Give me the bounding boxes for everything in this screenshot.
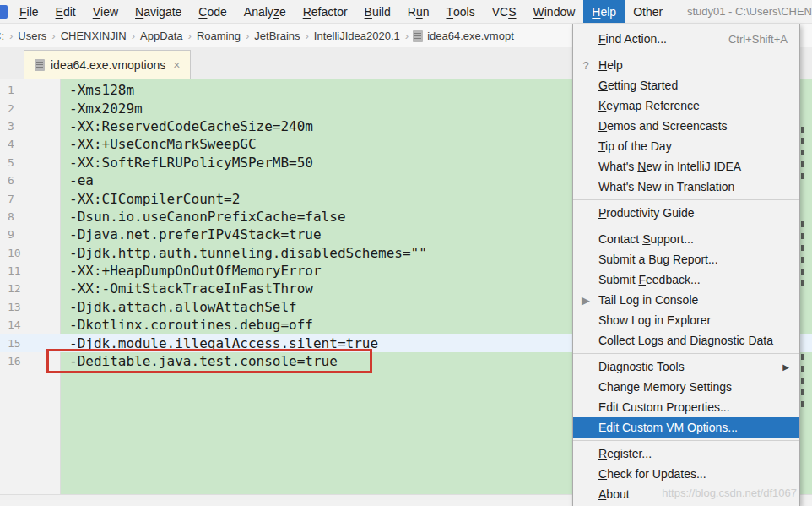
menu-item-edit-custom-vm-options[interactable]: Edit Custom VM Options... [573, 417, 799, 438]
menubar-item-code[interactable]: Code [190, 0, 235, 23]
edge-mark [801, 366, 804, 372]
menubar-item-vcs[interactable]: VCS [484, 0, 525, 23]
help-icon: ? [573, 59, 598, 72]
line-number: 11 [0, 264, 61, 277]
menubar-item-file[interactable]: File [11, 0, 47, 23]
application-window: FileEditViewNavigateCodeAnalyzeRefactorB… [0, 0, 812, 506]
menu-item-find-action[interactable]: Find Action...Ctrl+Shift+A [573, 29, 799, 49]
chevron-separator-icon: › [301, 30, 313, 42]
menubar-item-view[interactable]: View [84, 0, 127, 23]
menubar-item-build[interactable]: Build [356, 0, 399, 23]
menu-item-label: Diagnostic Tools [598, 360, 685, 373]
breadcrumb-item-jetbrains[interactable]: JetBrains [253, 30, 300, 42]
line-number: 3 [0, 120, 61, 133]
chevron-separator-icon: › [47, 30, 59, 42]
main-menubar: FileEditViewNavigateCodeAnalyzeRefactorB… [0, 0, 812, 24]
menubar-item-analyze[interactable]: Analyze [235, 0, 295, 23]
edge-mark [801, 389, 804, 395]
menu-item-contact-support[interactable]: Contact Support... [573, 229, 799, 249]
watermark-text: https://blog.csdn.net/df1067 [662, 487, 797, 499]
menu-item-label: Keymap Reference [598, 99, 700, 112]
menu-item-check-for-updates[interactable]: Check for Updates... [573, 464, 799, 484]
menu-item-label: What's New in Translation [598, 180, 734, 193]
menu-item-register[interactable]: Register... [573, 443, 799, 464]
menu-item-label: What's New in IntelliJ IDEA [598, 160, 741, 173]
menubar-item-other[interactable]: Other [625, 0, 671, 23]
menubar-item-refactor[interactable]: Refactor [295, 0, 356, 23]
menu-item-help[interactable]: ?Help [573, 55, 799, 75]
menu-item-label: Submit a Bug Report... [598, 253, 718, 266]
breadcrumb-item-appdata[interactable]: AppData [139, 30, 184, 42]
line-number: 7 [0, 193, 61, 205]
menu-separator [573, 351, 799, 356]
breadcrumb-item-roaming[interactable]: Roaming [196, 30, 241, 42]
menu-item-productivity-guide[interactable]: Productivity Guide [573, 203, 799, 223]
edge-mark [801, 354, 804, 360]
chevron-separator-icon: › [401, 30, 413, 42]
menu-item-label: Collect Logs and Diagnostic Data [598, 334, 773, 347]
edge-mark [801, 127, 804, 133]
menu-item-edit-custom-properties[interactable]: Edit Custom Properties... [573, 397, 799, 417]
line-number: 1 [0, 84, 61, 96]
edge-mark [801, 269, 804, 275]
edge-mark [801, 150, 804, 155]
tab-idea64-vmoptions[interactable]: idea64.exe.vmoptions × [24, 50, 191, 79]
menubar-item-edit[interactable]: Edit [47, 0, 84, 23]
breadcrumb-file[interactable]: idea64.exe.vmopt [413, 30, 514, 42]
menubar-item-navigate[interactable]: Navigate [127, 0, 190, 23]
edge-mark [801, 138, 804, 144]
line-number: 9 [0, 228, 61, 241]
menu-item-collect-logs-and-diagnostic-data[interactable]: Collect Logs and Diagnostic Data [573, 330, 799, 351]
edge-mark [801, 221, 804, 227]
menu-item-label: Tip of the Day [598, 139, 672, 153]
menubar-item-tools[interactable]: Tools [437, 0, 483, 23]
chevron-separator-icon: › [241, 30, 253, 42]
app-logo-icon [0, 5, 8, 19]
window-title: study01 - C:\Users\CHEN [687, 0, 812, 23]
menu-item-shortcut: Ctrl+Shift+A [728, 33, 793, 46]
menu-item-label: Change Memory Settings [598, 380, 732, 394]
line-number: 6 [0, 174, 61, 187]
menu-item-getting-started[interactable]: Getting Started [573, 75, 799, 95]
menubar-item-help[interactable]: Help [583, 0, 625, 23]
menu-item-submit-a-bug-report[interactable]: Submit a Bug Report... [573, 249, 799, 269]
line-number: 8 [0, 210, 61, 223]
edge-mark [801, 245, 804, 251]
file-icon [413, 30, 423, 42]
line-number: 5 [0, 156, 61, 169]
edge-mark [801, 401, 804, 407]
menu-item-tail-log-in-console[interactable]: ▶Tail Log in Console [573, 290, 799, 310]
help-dropdown-menu: Find Action...Ctrl+Shift+A?HelpGetting S… [572, 24, 800, 506]
menu-separator [573, 197, 799, 203]
menu-item-what-s-new-in-intellij-idea[interactable]: What's New in IntelliJ IDEA [573, 156, 799, 177]
menu-item-keymap-reference[interactable]: Keymap Reference [573, 95, 799, 116]
menu-item-submit-feedback[interactable]: Submit Feedback... [573, 269, 799, 290]
line-number: 2 [0, 102, 61, 115]
line-number: 13 [0, 301, 61, 313]
line-number: 4 [0, 138, 61, 150]
menubar-item-run[interactable]: Run [399, 0, 438, 23]
chevron-separator-icon: › [184, 30, 196, 42]
menu-item-label: Check for Updates... [598, 467, 706, 481]
menu-item-label: Find Action... [598, 32, 667, 46]
play-icon: ▶ [573, 294, 598, 307]
menubar-item-window[interactable]: Window [525, 0, 584, 23]
breadcrumb-item-users[interactable]: Users [17, 30, 47, 42]
menu-item-tip-of-the-day[interactable]: Tip of the Day [573, 136, 799, 156]
line-number: 14 [0, 318, 61, 331]
tab-close-icon[interactable]: × [171, 59, 181, 71]
menu-item-show-log-in-explorer[interactable]: Show Log in Explorer [573, 310, 799, 330]
breadcrumb-file-label: idea64.exe.vmopt [427, 30, 514, 42]
menu-item-demos-and-screencasts[interactable]: Demos and Screencasts [573, 116, 799, 136]
menu-item-diagnostic-tools[interactable]: Diagnostic Tools▶ [573, 356, 799, 377]
menu-item-label: Help [598, 58, 623, 72]
file-icon [35, 59, 45, 71]
edge-mark [801, 378, 804, 384]
chevron-separator-icon: › [5, 30, 17, 42]
breadcrumb-item-chenxinjin[interactable]: CHENXINJIN [60, 30, 127, 42]
menu-item-label: Register... [598, 447, 652, 460]
menu-item-what-s-new-in-translation[interactable]: What's New in Translation [573, 177, 799, 197]
tab-label: idea64.exe.vmoptions [51, 58, 165, 72]
breadcrumb-item-intellijidea2020-1[interactable]: IntelliJIdea2020.1 [313, 30, 401, 42]
menu-item-change-memory-settings[interactable]: Change Memory Settings [573, 377, 799, 397]
